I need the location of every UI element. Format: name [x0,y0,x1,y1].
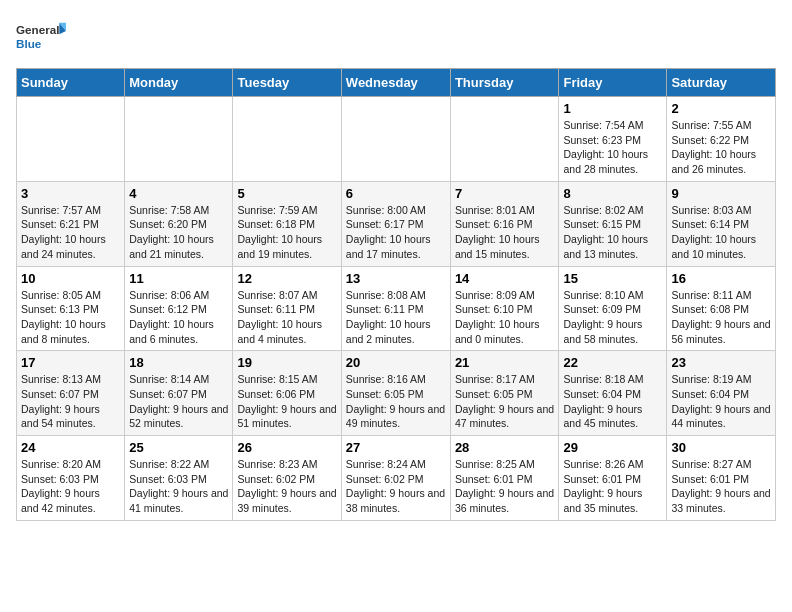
day-number: 1 [563,101,662,116]
day-info: Sunrise: 8:18 AMSunset: 6:04 PMDaylight:… [563,372,662,431]
header-cell-tuesday: Tuesday [233,69,341,97]
day-info: Sunrise: 8:23 AMSunset: 6:02 PMDaylight:… [237,457,336,516]
day-info: Sunrise: 8:09 AMSunset: 6:10 PMDaylight:… [455,288,555,347]
day-number: 26 [237,440,336,455]
calendar-header: SundayMondayTuesdayWednesdayThursdayFrid… [17,69,776,97]
day-number: 22 [563,355,662,370]
day-cell: 25Sunrise: 8:22 AMSunset: 6:03 PMDayligh… [125,436,233,521]
day-cell [341,97,450,182]
day-info: Sunrise: 8:16 AMSunset: 6:05 PMDaylight:… [346,372,446,431]
day-number: 29 [563,440,662,455]
day-number: 25 [129,440,228,455]
week-row-0: 1Sunrise: 7:54 AMSunset: 6:23 PMDaylight… [17,97,776,182]
day-info: Sunrise: 8:03 AMSunset: 6:14 PMDaylight:… [671,203,771,262]
day-cell: 1Sunrise: 7:54 AMSunset: 6:23 PMDaylight… [559,97,667,182]
day-info: Sunrise: 7:59 AMSunset: 6:18 PMDaylight:… [237,203,336,262]
day-info: Sunrise: 8:06 AMSunset: 6:12 PMDaylight:… [129,288,228,347]
day-cell: 17Sunrise: 8:13 AMSunset: 6:07 PMDayligh… [17,351,125,436]
day-cell: 20Sunrise: 8:16 AMSunset: 6:05 PMDayligh… [341,351,450,436]
day-cell: 19Sunrise: 8:15 AMSunset: 6:06 PMDayligh… [233,351,341,436]
day-number: 7 [455,186,555,201]
day-cell: 7Sunrise: 8:01 AMSunset: 6:16 PMDaylight… [450,181,559,266]
day-info: Sunrise: 8:25 AMSunset: 6:01 PMDaylight:… [455,457,555,516]
day-info: Sunrise: 8:02 AMSunset: 6:15 PMDaylight:… [563,203,662,262]
day-number: 3 [21,186,120,201]
header-cell-friday: Friday [559,69,667,97]
day-number: 12 [237,271,336,286]
day-cell: 2Sunrise: 7:55 AMSunset: 6:22 PMDaylight… [667,97,776,182]
day-number: 20 [346,355,446,370]
day-info: Sunrise: 8:19 AMSunset: 6:04 PMDaylight:… [671,372,771,431]
header-cell-wednesday: Wednesday [341,69,450,97]
day-number: 14 [455,271,555,286]
day-info: Sunrise: 8:14 AMSunset: 6:07 PMDaylight:… [129,372,228,431]
day-number: 11 [129,271,228,286]
day-cell [125,97,233,182]
day-info: Sunrise: 8:01 AMSunset: 6:16 PMDaylight:… [455,203,555,262]
day-cell: 13Sunrise: 8:08 AMSunset: 6:11 PMDayligh… [341,266,450,351]
day-cell: 18Sunrise: 8:14 AMSunset: 6:07 PMDayligh… [125,351,233,436]
day-cell: 29Sunrise: 8:26 AMSunset: 6:01 PMDayligh… [559,436,667,521]
day-number: 15 [563,271,662,286]
day-cell: 15Sunrise: 8:10 AMSunset: 6:09 PMDayligh… [559,266,667,351]
day-info: Sunrise: 8:05 AMSunset: 6:13 PMDaylight:… [21,288,120,347]
day-number: 9 [671,186,771,201]
day-number: 30 [671,440,771,455]
week-row-2: 10Sunrise: 8:05 AMSunset: 6:13 PMDayligh… [17,266,776,351]
day-cell: 11Sunrise: 8:06 AMSunset: 6:12 PMDayligh… [125,266,233,351]
day-cell: 14Sunrise: 8:09 AMSunset: 6:10 PMDayligh… [450,266,559,351]
day-cell: 30Sunrise: 8:27 AMSunset: 6:01 PMDayligh… [667,436,776,521]
day-info: Sunrise: 8:26 AMSunset: 6:01 PMDaylight:… [563,457,662,516]
day-cell [233,97,341,182]
day-cell: 9Sunrise: 8:03 AMSunset: 6:14 PMDaylight… [667,181,776,266]
day-info: Sunrise: 8:08 AMSunset: 6:11 PMDaylight:… [346,288,446,347]
header-cell-saturday: Saturday [667,69,776,97]
day-cell: 28Sunrise: 8:25 AMSunset: 6:01 PMDayligh… [450,436,559,521]
header-cell-sunday: Sunday [17,69,125,97]
day-info: Sunrise: 8:15 AMSunset: 6:06 PMDaylight:… [237,372,336,431]
day-cell: 16Sunrise: 8:11 AMSunset: 6:08 PMDayligh… [667,266,776,351]
day-number: 8 [563,186,662,201]
day-cell: 8Sunrise: 8:02 AMSunset: 6:15 PMDaylight… [559,181,667,266]
day-info: Sunrise: 8:13 AMSunset: 6:07 PMDaylight:… [21,372,120,431]
svg-text:Blue: Blue [16,37,42,50]
day-number: 23 [671,355,771,370]
day-cell: 4Sunrise: 7:58 AMSunset: 6:20 PMDaylight… [125,181,233,266]
day-number: 17 [21,355,120,370]
day-cell: 3Sunrise: 7:57 AMSunset: 6:21 PMDaylight… [17,181,125,266]
day-number: 13 [346,271,446,286]
logo: General Blue [16,16,66,56]
day-cell: 22Sunrise: 8:18 AMSunset: 6:04 PMDayligh… [559,351,667,436]
header-cell-monday: Monday [125,69,233,97]
day-info: Sunrise: 7:57 AMSunset: 6:21 PMDaylight:… [21,203,120,262]
day-cell: 23Sunrise: 8:19 AMSunset: 6:04 PMDayligh… [667,351,776,436]
week-row-1: 3Sunrise: 7:57 AMSunset: 6:21 PMDaylight… [17,181,776,266]
day-number: 21 [455,355,555,370]
day-number: 10 [21,271,120,286]
day-number: 16 [671,271,771,286]
day-info: Sunrise: 8:27 AMSunset: 6:01 PMDaylight:… [671,457,771,516]
day-info: Sunrise: 8:20 AMSunset: 6:03 PMDaylight:… [21,457,120,516]
day-cell: 24Sunrise: 8:20 AMSunset: 6:03 PMDayligh… [17,436,125,521]
week-row-4: 24Sunrise: 8:20 AMSunset: 6:03 PMDayligh… [17,436,776,521]
day-info: Sunrise: 8:10 AMSunset: 6:09 PMDaylight:… [563,288,662,347]
day-cell: 10Sunrise: 8:05 AMSunset: 6:13 PMDayligh… [17,266,125,351]
day-cell: 12Sunrise: 8:07 AMSunset: 6:11 PMDayligh… [233,266,341,351]
day-number: 2 [671,101,771,116]
day-info: Sunrise: 8:24 AMSunset: 6:02 PMDaylight:… [346,457,446,516]
calendar-body: 1Sunrise: 7:54 AMSunset: 6:23 PMDaylight… [17,97,776,521]
logo-svg: General Blue [16,16,66,56]
day-info: Sunrise: 7:54 AMSunset: 6:23 PMDaylight:… [563,118,662,177]
day-number: 27 [346,440,446,455]
day-number: 19 [237,355,336,370]
day-info: Sunrise: 8:00 AMSunset: 6:17 PMDaylight:… [346,203,446,262]
day-number: 28 [455,440,555,455]
header-cell-thursday: Thursday [450,69,559,97]
day-cell: 21Sunrise: 8:17 AMSunset: 6:05 PMDayligh… [450,351,559,436]
day-cell: 6Sunrise: 8:00 AMSunset: 6:17 PMDaylight… [341,181,450,266]
calendar-table: SundayMondayTuesdayWednesdayThursdayFrid… [16,68,776,521]
svg-text:General: General [16,23,59,36]
day-info: Sunrise: 8:17 AMSunset: 6:05 PMDaylight:… [455,372,555,431]
day-number: 18 [129,355,228,370]
day-number: 4 [129,186,228,201]
